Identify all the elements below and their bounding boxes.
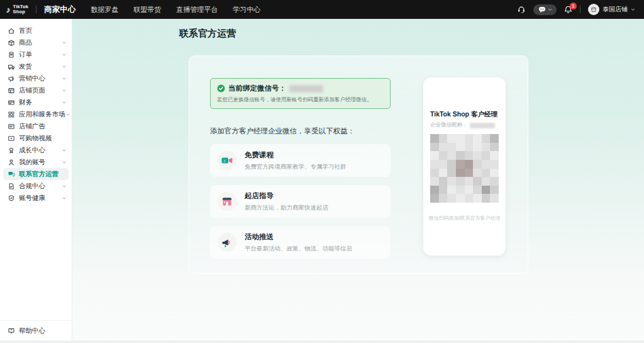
sidebar-item-contact-official[interactable]: 联系官方运营	[3, 168, 69, 180]
shipping-icon	[8, 63, 15, 70]
sidebar-item-growth-center[interactable]: 成长中心	[0, 144, 72, 156]
account-health-icon	[8, 194, 15, 202]
divider	[580, 6, 580, 13]
chevron-down-icon	[62, 196, 67, 201]
store-avatar	[588, 4, 599, 15]
qr-code-blurred	[430, 134, 499, 203]
sidebar-item-shipping[interactable]: 发货	[0, 60, 72, 72]
chevron-down-icon	[62, 76, 67, 81]
free-course-icon: ♪	[218, 151, 236, 170]
finance-icon	[8, 99, 15, 106]
sidebar-item-label: 首页	[19, 26, 32, 35]
chevron-down-icon	[62, 160, 67, 165]
sidebar-item-shoppable-video[interactable]: 可购物视频	[0, 132, 72, 144]
sidebar-item-marketing[interactable]: 营销中心	[0, 72, 72, 84]
benefit-card-store-guide: 起店指导新商方法论，助力商家快速起店	[210, 185, 391, 218]
sidebar-item-label: 应用和服务市场	[19, 110, 65, 119]
sidebar-item-label: 商品	[19, 38, 32, 47]
shop-ads-icon	[8, 123, 15, 130]
sidebar-item-label: 订单	[19, 50, 32, 59]
store-name: 泰国店铺	[602, 5, 628, 14]
support-headset-icon[interactable]	[517, 5, 526, 14]
wecom-nickname-row: 企业微信昵称：	[430, 121, 495, 129]
sidebar-item-label: 成长中心	[19, 146, 45, 155]
sidebar-item-label: 我的账号	[19, 158, 45, 167]
topnav-item-merchant-center[interactable]: 商家中心	[44, 4, 75, 15]
contact-panel: 当前绑定微信号： 若您已更换微信账号，请使用新账号扫码重新添加客户经理微信。 添…	[189, 55, 528, 274]
sidebar-item-label: 联系官方运营	[19, 170, 58, 179]
sidebar-item-label: 店铺页面	[19, 86, 45, 95]
growth-center-icon	[8, 147, 15, 154]
sidebar-item-account-health[interactable]: 账号健康	[0, 192, 72, 204]
benefit-title: 起店指导	[245, 191, 328, 201]
topnav-item-data-compass[interactable]: 数据罗盘	[91, 5, 118, 14]
sidebar-item-order[interactable]: 订单	[0, 48, 72, 60]
chevron-down-icon	[65, 112, 70, 117]
chevron-down-icon	[62, 52, 67, 57]
sidebar-item-label: 发货	[19, 62, 32, 71]
sidebar-item-shop-ads[interactable]: 店铺广告	[0, 120, 72, 132]
topnav-item-affiliate-marketing[interactable]: 联盟带货	[133, 5, 161, 14]
benefit-card-free-course: ♪免费课程免费官方跨境商家教学、专属学习社群	[210, 144, 391, 177]
sidebar-item-apps-market[interactable]: 应用和服务市场	[0, 108, 72, 120]
logo-text: TikTok Shop	[13, 4, 29, 14]
qr-contact-card: TikTok Shop 客户经理 企业微信昵称： 微信扫码添加/联系官方客户经理	[423, 77, 506, 256]
store-switcher[interactable]: 泰国店铺	[588, 4, 635, 15]
notifications-button[interactable]: 1	[564, 6, 572, 14]
qr-card-title: TikTok Shop 客户经理	[430, 110, 497, 119]
chat-bubble-icon	[538, 6, 546, 13]
topbar: ♪ TikTok Shop 商家中心数据罗盘联盟带货直播管理平台学习中心 1 泰…	[0, 0, 644, 19]
order-icon	[8, 51, 15, 59]
chevron-down-icon	[548, 8, 552, 11]
bound-wechat-label: 当前绑定微信号：	[228, 84, 286, 93]
page-title: 联系官方运营	[179, 28, 236, 40]
home-icon	[8, 27, 15, 35]
wechat-id-redacted	[289, 85, 323, 93]
tiktok-shop-logo[interactable]: ♪ TikTok Shop	[6, 4, 28, 14]
sidebar-item-help-center[interactable]: ? 帮助中心	[0, 320, 72, 340]
topnav-item-live-management[interactable]: 直播管理平台	[176, 5, 218, 14]
sidebar-item-label: 财务	[19, 98, 32, 107]
sidebar-item-label: 可购物视频	[19, 134, 52, 143]
chevron-down-icon	[62, 64, 67, 69]
benefit-description: 平台最新活动、政策、物流、功能等信息	[245, 245, 352, 253]
store-page-icon	[8, 87, 15, 94]
chevron-down-icon	[631, 8, 635, 11]
sidebar-item-label: 帮助中心	[19, 327, 45, 335]
sidebar-item-product[interactable]: 商品	[0, 37, 72, 48]
divider	[36, 6, 36, 13]
sidebar-item-label: 合规中心	[19, 182, 45, 191]
contact-official-icon	[8, 171, 15, 178]
benefits-heading: 添加官方客户经理企业微信，享受以下权益：	[210, 127, 355, 136]
sidebar-item-finance[interactable]: 财务	[0, 96, 72, 108]
binding-note: 若您已更换微信账号，请使用新账号扫码重新添加客户经理微信。	[217, 96, 384, 104]
chevron-down-icon	[62, 184, 67, 189]
marketing-icon	[8, 75, 15, 82]
topnav-item-learning-center[interactable]: 学习中心	[233, 5, 260, 14]
qr-footer-hint: 微信扫码添加/联系官方客户经理	[423, 215, 506, 222]
tiktok-note-icon: ♪	[6, 5, 11, 14]
benefit-description: 免费官方跨境商家教学、专属学习社群	[245, 163, 347, 171]
svg-text:♪: ♪	[223, 158, 226, 164]
sidebar-navigation: 首页商品订单发货营销中心店铺页面财务应用和服务市场店铺广告可购物视频成长中心我的…	[0, 19, 72, 204]
topbar-actions: 1 泰国店铺	[517, 4, 635, 15]
help-bubble-icon: ?	[8, 327, 15, 335]
nickname-redacted	[470, 123, 495, 128]
store-guide-icon	[218, 192, 236, 211]
sidebar-item-label: 账号健康	[19, 194, 45, 203]
sidebar-item-label: 营销中心	[19, 74, 45, 83]
product-icon	[8, 39, 15, 47]
sidebar-item-compliance-center[interactable]: 合规中心	[0, 180, 72, 192]
sidebar-item-store-page[interactable]: 店铺页面	[0, 84, 72, 96]
benefit-card-activity-push: 活动推送平台最新活动、政策、物流、功能等信息	[210, 226, 391, 259]
benefit-description: 新商方法论，助力商家快速起店	[245, 204, 328, 212]
top-navigation: 商家中心数据罗盘联盟带货直播管理平台学习中心	[44, 4, 260, 15]
sidebar-item-my-account[interactable]: 我的账号	[0, 156, 72, 168]
wechat-binding-banner: 当前绑定微信号： 若您已更换微信账号，请使用新账号扫码重新添加客户经理微信。	[210, 78, 391, 109]
sidebar-item-home[interactable]: 首页	[0, 25, 72, 37]
window-bottom-bar	[0, 340, 644, 343]
sidebar-item-label: 店铺广告	[19, 122, 45, 131]
main-content: 联系官方运营 当前绑定微信号： 若您已更换微信账号，请使用新账号扫码重新添加客户…	[72, 19, 644, 343]
chevron-down-icon	[62, 100, 67, 105]
messages-button[interactable]	[533, 4, 557, 15]
